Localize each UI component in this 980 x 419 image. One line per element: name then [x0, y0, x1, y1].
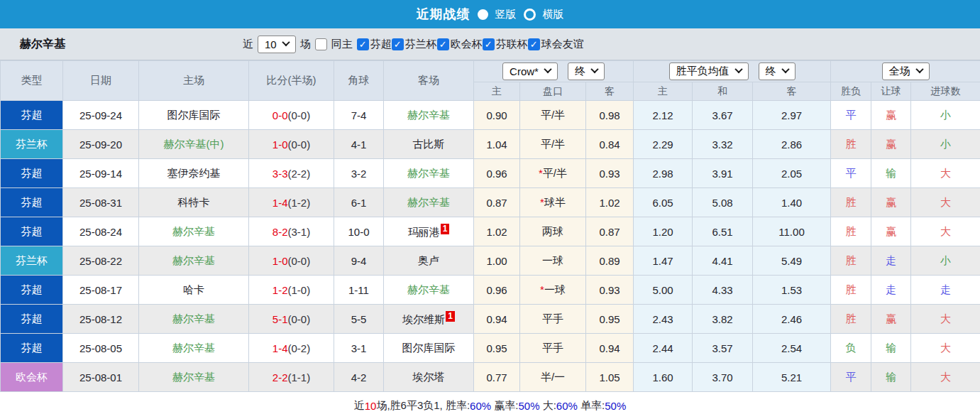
table-row: 芬兰杯 25-09-20 赫尔辛基(中) 1-0(0-0) 4-1 古比斯 1.… — [1, 130, 980, 159]
cell-handicap: 半/一 — [520, 363, 586, 392]
cell-corners: 9-4 — [334, 246, 384, 276]
subheader-result-goals: 进球数 — [911, 82, 980, 101]
cell-home-team[interactable]: 哈卡 — [139, 276, 249, 305]
cell-handicap: 一球 — [520, 246, 586, 276]
cell-score: 1-4(0-2) — [249, 334, 334, 363]
horizontal-layout-label[interactable]: 横版 — [543, 8, 564, 21]
cell-result-handicap: 赢 — [871, 130, 911, 159]
cell-corners: 4-2 — [334, 363, 384, 392]
cell-result-handicap: 赢 — [871, 305, 911, 334]
odds-time-select[interactable]: 终 — [568, 62, 605, 80]
cell-league-badge: 芬兰杯 — [1, 130, 63, 159]
checkbox-checked[interactable]: ✓ — [437, 38, 449, 50]
cell-away-team[interactable]: 玛丽港1 — [384, 217, 474, 246]
subheader-handicap: 盘口 — [520, 82, 586, 101]
checkbox-checked[interactable]: ✓ — [528, 38, 540, 50]
chevron-down-icon — [781, 65, 789, 73]
summary-segment: 60% — [470, 400, 491, 412]
cell-score: 1-2(1-0) — [249, 276, 334, 305]
subheader-mean-draw: 和 — [693, 82, 753, 101]
cell-home-team[interactable]: 赫尔辛基 — [139, 217, 249, 246]
cell-result-goals: 大 — [911, 217, 980, 246]
table-row: 芬超 25-08-24 赫尔辛基 8-2(3-1) 10-0 玛丽港1 1.02… — [1, 217, 980, 246]
cell-home-team[interactable]: 塞伊奈约基 — [139, 159, 249, 188]
cell-result-wdl: 平 — [831, 159, 871, 188]
cell-home-team[interactable]: 图尔库国际 — [139, 101, 249, 130]
checkbox-checked[interactable]: ✓ — [483, 38, 495, 50]
cell-league-badge: 芬超 — [1, 305, 63, 334]
cell-result-wdl: 胜 — [831, 217, 871, 246]
cell-home-team[interactable]: 赫尔辛基 — [139, 363, 249, 392]
cell-away-team[interactable]: 埃尔维斯1 — [384, 305, 474, 334]
vertical-layout-label[interactable]: 竖版 — [495, 8, 517, 21]
cell-home-team[interactable]: 赫尔辛基 — [139, 246, 249, 276]
cell-mean-home: 2.44 — [634, 334, 693, 363]
cell-home-team[interactable]: 科特卡 — [139, 188, 249, 217]
cell-away-team[interactable]: 埃尔塔 — [384, 363, 474, 392]
cell-mean-away: 5.49 — [753, 246, 831, 276]
mean-time-select[interactable]: 终 — [759, 62, 795, 80]
league-filter-label[interactable]: 球会友谊 — [541, 38, 584, 51]
cell-handicap: 两球 — [520, 217, 586, 246]
fulltime-select[interactable]: 全场 — [882, 62, 930, 80]
cell-date: 25-08-24 — [63, 217, 139, 246]
league-filter-芬超[interactable]: ✓芬超 — [357, 38, 392, 51]
cell-away-team[interactable]: 古比斯 — [384, 130, 474, 159]
col-header-type: 类型 — [1, 61, 63, 101]
cell-corners: 5-5 — [334, 305, 384, 334]
results-table: 类型 日期 主场 比分(半场) 角球 客场 Crow* 终 — [0, 60, 980, 392]
mean-odds-select[interactable]: 胜平负均值 — [669, 62, 749, 80]
cell-away-team[interactable]: 赫尔辛基 — [384, 188, 474, 217]
col-header-home: 主场 — [139, 61, 249, 101]
cell-away-team[interactable]: 赫尔辛基 — [384, 101, 474, 130]
league-filter-芬联杯[interactable]: ✓芬联杯 — [483, 38, 528, 51]
cell-corners: 7-4 — [334, 101, 384, 130]
cell-away-team[interactable]: 赫尔辛基 — [384, 276, 474, 305]
league-filter-label[interactable]: 欧会杯 — [451, 38, 483, 51]
cell-home-team[interactable]: 赫尔辛基 — [139, 305, 249, 334]
horizontal-layout-radio[interactable] — [524, 9, 536, 21]
cell-mean-away: 2.05 — [753, 159, 831, 188]
league-filter-芬兰杯[interactable]: ✓芬兰杯 — [392, 38, 437, 51]
chevron-down-icon — [734, 65, 742, 73]
table-row: 芬超 25-08-12 赫尔辛基 5-1(0-0) 5-5 埃尔维斯1 0.94… — [1, 305, 980, 334]
cell-result-handicap: 走 — [871, 276, 911, 305]
cell-mean-draw: 5.08 — [693, 188, 753, 217]
cell-score: 8-2(3-1) — [249, 217, 334, 246]
league-filter-label[interactable]: 芬联杯 — [496, 38, 528, 51]
match-count-select[interactable]: 10 — [258, 36, 296, 53]
cell-home-team[interactable]: 赫尔辛基 — [139, 334, 249, 363]
league-filter-球会友谊[interactable]: ✓球会友谊 — [528, 38, 584, 51]
cell-date: 25-08-05 — [63, 334, 139, 363]
cell-date: 25-08-17 — [63, 276, 139, 305]
checkbox-checked[interactable]: ✓ — [357, 38, 369, 50]
cell-away-team[interactable]: 奥卢 — [384, 246, 474, 276]
red-card-badge: 1 — [441, 224, 450, 234]
cell-away-team[interactable]: 赫尔辛基 — [384, 159, 474, 188]
league-filter-label[interactable]: 芬兰杯 — [405, 38, 437, 51]
cell-score: 1-0(0-0) — [249, 130, 334, 159]
same-home-checkbox[interactable] — [315, 38, 327, 50]
vertical-layout-radio[interactable] — [478, 9, 488, 20]
cell-mean-draw: 6.51 — [693, 217, 753, 246]
bookmaker-select[interactable]: Crow* — [502, 62, 558, 80]
cell-home-team[interactable]: 赫尔辛基(中) — [139, 130, 249, 159]
subheader-result-wdl: 胜负 — [831, 82, 871, 101]
cell-result-wdl: 胜 — [831, 276, 871, 305]
cell-league-badge: 芬超 — [1, 276, 63, 305]
cell-result-wdl: 平 — [831, 363, 871, 392]
cell-corners: 6-1 — [334, 188, 384, 217]
cell-away-team[interactable]: 图尔库国际 — [384, 334, 474, 363]
checkbox-checked[interactable]: ✓ — [392, 38, 404, 50]
cell-odds-away: 0.84 — [586, 130, 634, 159]
cell-result-wdl: 胜 — [831, 246, 871, 276]
subheader-mean-away: 客 — [753, 82, 831, 101]
cell-league-badge: 芬兰杯 — [1, 246, 63, 276]
cell-result-goals: 小 — [911, 246, 980, 276]
same-home-label[interactable]: 同主 — [331, 38, 353, 51]
summary-segment: 50% — [605, 400, 626, 412]
league-filter-欧会杯[interactable]: ✓欧会杯 — [437, 38, 483, 51]
summary-segment: 赢率: — [491, 399, 518, 413]
league-filter-label[interactable]: 芬超 — [370, 38, 392, 51]
cell-mean-home: 2.98 — [634, 159, 693, 188]
